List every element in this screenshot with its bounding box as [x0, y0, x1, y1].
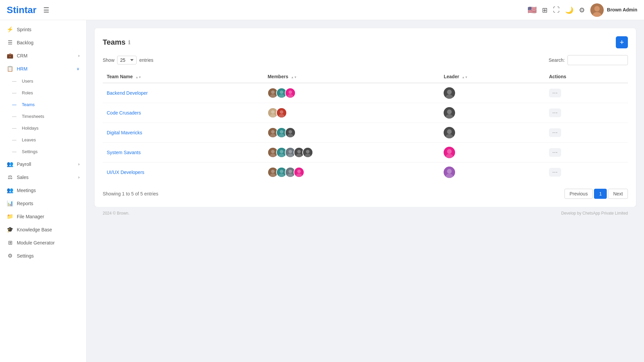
- copyright: 2024 © Brown.: [103, 211, 130, 216]
- col-members[interactable]: Members ▲▼: [263, 71, 440, 83]
- svg-point-52: [447, 149, 452, 154]
- sidebar-item-roles[interactable]: — Roles: [0, 87, 86, 99]
- member-avatar: [276, 107, 287, 118]
- add-team-button[interactable]: +: [616, 36, 628, 48]
- previous-button[interactable]: Previous: [564, 189, 593, 199]
- dash-leaves: —: [12, 137, 16, 142]
- developer-credit: Develop by ChetsApp Private Limited: [561, 211, 628, 216]
- pagination-row: Showing 1 to 5 of 5 entries Previous 1 N…: [103, 189, 628, 199]
- action-menu-button[interactable]: ···: [549, 148, 561, 157]
- member-avatar: [294, 167, 304, 178]
- sidebar-item-backlog[interactable]: ☰ Backlog: [0, 36, 86, 49]
- show-entries: Show 10 25 50 100 entries: [103, 56, 153, 64]
- table-controls: Show 10 25 50 100 entries Search:: [103, 55, 628, 65]
- sort-icon-leader: ▲▼: [462, 76, 468, 79]
- sidebar-label-module-generator: Module Generator: [17, 240, 55, 245]
- team-name-cell: Digital Mavericks: [103, 123, 263, 143]
- sidebar-label-payroll: Payroll: [17, 162, 31, 167]
- sidebar-label-leaves: Leaves: [22, 137, 36, 142]
- svg-point-55: [271, 170, 275, 173]
- sidebar-item-crm[interactable]: 💼 CRM ›: [0, 49, 86, 62]
- svg-point-4: [271, 90, 275, 94]
- col-leader[interactable]: Leader ▲▼: [440, 71, 545, 83]
- sidebar-label-crm: CRM: [17, 53, 28, 58]
- action-menu-button[interactable]: ···: [549, 128, 561, 137]
- page-1-button[interactable]: 1: [594, 189, 607, 199]
- svg-point-67: [447, 169, 452, 174]
- next-button[interactable]: Next: [608, 189, 628, 199]
- sidebar-item-reports[interactable]: 📊 Reports: [0, 197, 86, 210]
- logo[interactable]: Stintar: [7, 5, 37, 15]
- member-avatar: [302, 147, 313, 158]
- main-content: Teams ℹ + Show 10 25 50 100: [87, 20, 644, 362]
- settings-icon[interactable]: ⚙: [579, 6, 585, 14]
- actions-cell: ···: [545, 143, 628, 163]
- sidebar-item-meetings[interactable]: 👥 Meetings: [0, 184, 86, 197]
- user-profile[interactable]: Brown Admin: [590, 3, 637, 17]
- sidebar-item-sprints[interactable]: ⚡ Sprints: [0, 23, 86, 36]
- sidebar-label-reports: Reports: [17, 201, 33, 206]
- leader-avatar: [444, 147, 455, 158]
- svg-point-49: [306, 150, 310, 153]
- sidebar-item-leaves[interactable]: — Leaves: [0, 134, 86, 146]
- sidebar-item-teams[interactable]: — Teams: [0, 99, 86, 110]
- file-manager-icon: 📁: [7, 213, 13, 220]
- sidebar-item-settings[interactable]: ⚙ Settings: [0, 249, 86, 262]
- members-cell: [263, 123, 440, 143]
- sidebar-item-timesheets[interactable]: — Timesheets: [0, 110, 86, 122]
- leader-avatar: [444, 167, 455, 178]
- dash-roles: —: [12, 90, 16, 95]
- entries-select[interactable]: 10 25 50 100: [117, 56, 137, 64]
- user-name: Brown Admin: [607, 7, 637, 13]
- sidebar-item-sales[interactable]: ⚖ Sales ›: [0, 171, 86, 184]
- actions-cell: ···: [545, 163, 628, 182]
- svg-point-16: [271, 110, 275, 114]
- sidebar-item-payroll[interactable]: 👥 Payroll ›: [0, 157, 86, 171]
- members-cell: [263, 83, 440, 103]
- sidebar-item-settings-hrm[interactable]: — Settings: [0, 146, 86, 157]
- flag-icon[interactable]: 🇺🇸: [528, 6, 537, 14]
- member-avatar: [285, 88, 296, 98]
- topbar-right: 🇺🇸 ⊞ ⛶ 🌙 ⚙ Brown Admin: [528, 3, 637, 17]
- sidebar-label-meetings: Meetings: [17, 188, 36, 193]
- col-team-name[interactable]: Team Name ▲▼: [103, 71, 263, 83]
- grid-icon[interactable]: ⊞: [542, 6, 548, 14]
- sales-icon: ⚖: [7, 174, 13, 180]
- sidebar-item-hrm[interactable]: 📋 HRM ∨: [0, 62, 86, 75]
- user-avatar-svg: [590, 3, 604, 17]
- sidebar-item-module-generator[interactable]: ⊞ Module Generator: [0, 236, 86, 249]
- footer: 2024 © Brown. Develop by ChetsApp Privat…: [95, 207, 636, 220]
- action-menu-button[interactable]: ···: [549, 108, 561, 117]
- page-title: Teams ℹ: [103, 38, 130, 47]
- logo-text: Stintar: [7, 5, 37, 15]
- sidebar-item-users[interactable]: — Users: [0, 75, 86, 87]
- leader-cell: [440, 83, 545, 103]
- svg-point-46: [297, 150, 301, 153]
- action-menu-button[interactable]: ···: [549, 168, 561, 177]
- svg-point-25: [271, 130, 275, 134]
- hamburger-icon[interactable]: ☰: [42, 5, 51, 15]
- sidebar-label-sales: Sales: [17, 175, 29, 180]
- sidebar-label-hrm: HRM: [17, 66, 28, 72]
- info-icon[interactable]: ℹ: [128, 39, 130, 46]
- table-row: Backend Developer···: [103, 83, 628, 103]
- leader-cell: [440, 143, 545, 163]
- sales-chevron-icon: ›: [78, 175, 80, 180]
- actions-cell: ···: [545, 83, 628, 103]
- sidebar-item-file-manager[interactable]: 📁 File Manager: [0, 210, 86, 223]
- leader-avatar: [444, 107, 455, 119]
- payroll-chevron-icon: ›: [78, 162, 80, 167]
- module-generator-icon: ⊞: [7, 239, 13, 246]
- darkmode-icon[interactable]: 🌙: [565, 6, 574, 14]
- member-avatar: [285, 127, 296, 138]
- sidebar-item-holidays[interactable]: — Holidays: [0, 122, 86, 134]
- sidebar-label-backlog: Backlog: [17, 40, 34, 45]
- fullscreen-icon[interactable]: ⛶: [553, 6, 560, 14]
- crm-icon: 💼: [7, 52, 13, 59]
- sidebar-item-knowledge-base[interactable]: 🎓 Knowledge Base: [0, 223, 86, 236]
- svg-point-22: [447, 109, 452, 114]
- sidebar-label-roles: Roles: [22, 90, 33, 95]
- sort-icon-members: ▲▼: [291, 76, 297, 79]
- action-menu-button[interactable]: ···: [549, 89, 561, 97]
- search-input[interactable]: [567, 55, 628, 65]
